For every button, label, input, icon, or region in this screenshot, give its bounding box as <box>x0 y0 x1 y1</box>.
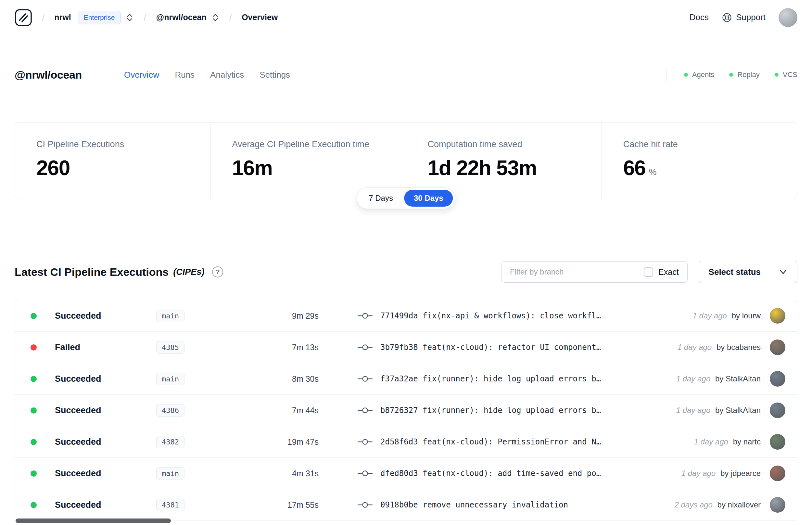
commit-message[interactable]: 771499da fix(nx-api & workflows): close … <box>380 311 601 320</box>
branch-column: main <box>156 373 267 385</box>
status-dot-icon <box>31 439 37 445</box>
git-commit-icon <box>357 438 372 446</box>
branch-filter-input[interactable] <box>501 261 635 283</box>
indicator-agents[interactable]: Agents <box>684 71 715 79</box>
stat-ci-executions: CI Pipeline Executions 260 <box>15 122 210 199</box>
breadcrumb-workspace[interactable]: @nrwl/ocean <box>156 13 206 22</box>
cipe-row[interactable]: Succeeded main 4m 31s dfed80d3 feat(nx-c… <box>15 458 797 489</box>
commit-cell: 771499da fix(nx-api & workflows): close … <box>357 311 680 320</box>
branch-column: 4381 <box>156 499 267 511</box>
breadcrumb-org[interactable]: nrwl <box>54 13 71 22</box>
user-avatar[interactable] <box>779 8 797 27</box>
commit-message[interactable]: b8726327 fix(runner): hide log upload er… <box>380 406 601 415</box>
status-select-dropdown[interactable]: Select status <box>699 261 797 283</box>
workspace-header: @nrwl/ocean Overview Runs Analytics Sett… <box>0 66 812 83</box>
stat-label: Average CI Pipeline Execution time <box>232 139 399 149</box>
cipe-row[interactable]: Succeeded 4382 19m 47s 2d58f6d3 feat(nx-… <box>15 426 797 458</box>
commit-cell: dfed80d3 feat(nx-cloud): add time-saved … <box>357 469 669 478</box>
timestamp: 1 day ago <box>693 311 729 320</box>
enterprise-badge[interactable]: Enterprise <box>78 11 121 24</box>
branch-badge[interactable]: main <box>156 310 184 322</box>
green-dot-icon <box>775 73 779 77</box>
exact-checkbox[interactable] <box>644 267 653 277</box>
branch-badge[interactable]: 4381 <box>156 499 184 511</box>
workspace-selector-chevrons-icon[interactable] <box>211 13 219 22</box>
cipe-title: Latest CI Pipeline Executions <box>15 266 169 279</box>
commit-message[interactable]: f37a32ae fix(runner): hide log upload er… <box>380 374 601 384</box>
indicator-label: Agents <box>692 71 715 79</box>
status-label: Succeeded <box>55 405 156 416</box>
cipe-section-header: Latest CI Pipeline Executions (CIPEs) ? … <box>0 261 812 283</box>
breadcrumb-separator: / <box>42 12 45 23</box>
cipe-row[interactable]: Succeeded main 8m 30s f37a32ae fix(runne… <box>15 363 797 395</box>
tab-overview[interactable]: Overview <box>124 70 159 80</box>
green-dot-icon <box>684 73 688 77</box>
duration: 7m 13s <box>267 343 319 352</box>
range-30-days-button[interactable]: 30 Days <box>404 190 453 207</box>
status-dot-icon <box>31 470 37 477</box>
author: by StalkAltan <box>715 406 761 415</box>
git-commit-icon <box>357 375 372 383</box>
top-bar-right: Docs Support <box>690 8 797 27</box>
branch-badge[interactable]: main <box>156 373 184 385</box>
branch-badge[interactable]: 4386 <box>156 404 184 417</box>
duration: 9m 29s <box>267 311 319 321</box>
range-7-days-button[interactable]: 7 Days <box>359 190 403 207</box>
cipe-table: Succeeded main 9m 29s 771499da fix(nx-ap… <box>15 300 797 521</box>
indicator-replay[interactable]: Replay <box>729 71 760 79</box>
author-avatar <box>770 340 785 355</box>
green-dot-icon <box>729 73 733 77</box>
branch-badge[interactable]: main <box>156 467 184 480</box>
row-meta: 1 day ago by nartc <box>694 437 761 446</box>
tab-settings[interactable]: Settings <box>260 70 290 80</box>
tab-analytics[interactable]: Analytics <box>210 70 244 80</box>
git-commit-icon <box>357 501 372 509</box>
horizontal-scrollbar-thumb[interactable] <box>16 519 171 523</box>
status-label: Succeeded <box>55 374 156 384</box>
docs-link[interactable]: Docs <box>690 12 709 22</box>
row-meta: 1 day ago by StalkAltan <box>676 406 761 415</box>
git-commit-icon <box>357 469 372 478</box>
cipe-row[interactable]: Succeeded 4386 7m 44s b8726327 fix(runne… <box>15 395 797 426</box>
tab-runs[interactable]: Runs <box>175 70 195 80</box>
exact-toggle[interactable]: Exact <box>635 261 688 283</box>
author-avatar <box>770 403 785 418</box>
commit-message[interactable]: 3b79fb38 feat(nx-cloud): refactor UI com… <box>380 343 601 352</box>
divider <box>666 68 667 81</box>
commit-message[interactable]: 0918b0be remove unnecessary invalidation <box>380 500 568 509</box>
commit-message[interactable]: dfed80d3 feat(nx-cloud): add time-saved … <box>380 469 601 478</box>
timestamp: 2 days ago <box>675 500 715 509</box>
commit-cell: b8726327 fix(runner): hide log upload er… <box>357 406 663 415</box>
help-icon[interactable]: ? <box>212 266 223 278</box>
status-label: Failed <box>55 342 156 352</box>
commit-message[interactable]: 2d58f6d3 feat(nx-cloud): PermissionError… <box>380 437 601 446</box>
cipe-row[interactable]: Failed 4385 7m 13s 3b79fb38 feat(nx-clou… <box>15 332 797 363</box>
indicator-label: VCS <box>783 71 797 79</box>
date-range-toggle: 7 Days 30 Days <box>357 188 455 209</box>
cipe-row[interactable]: Succeeded main 9m 29s 771499da fix(nx-ap… <box>15 300 797 332</box>
author-avatar <box>770 466 785 481</box>
status-dot-icon <box>31 376 37 382</box>
support-link[interactable]: Support <box>722 12 766 23</box>
org-selector-chevrons-icon[interactable] <box>125 13 134 22</box>
breadcrumb-separator: / <box>229 12 232 23</box>
row-meta: 1 day ago by bcabanes <box>677 343 761 352</box>
author-avatar <box>770 308 785 324</box>
commit-cell: f37a32ae fix(runner): hide log upload er… <box>357 374 663 384</box>
commit-cell: 2d58f6d3 feat(nx-cloud): PermissionError… <box>357 437 681 446</box>
indicator-label: Replay <box>737 71 760 79</box>
timestamp: 1 day ago <box>694 437 731 446</box>
timestamp: 1 day ago <box>676 406 713 415</box>
cipe-row[interactable]: Succeeded 4381 17m 55s 0918b0be remove u… <box>15 489 797 521</box>
indicator-vcs[interactable]: VCS <box>775 71 797 79</box>
branch-badge[interactable]: 4382 <box>156 436 184 448</box>
cipe-subtitle: (CIPEs) <box>173 267 204 277</box>
branch-badge[interactable]: 4385 <box>156 341 184 354</box>
stat-value: 260 <box>36 156 70 180</box>
cipe-controls: Exact Select status <box>501 261 797 283</box>
commit-cell: 3b79fb38 feat(nx-cloud): refactor UI com… <box>357 343 664 352</box>
nx-cloud-logo[interactable] <box>15 9 32 26</box>
author: by nixallover <box>718 500 761 509</box>
git-commit-icon <box>357 406 372 415</box>
author-avatar <box>770 434 785 450</box>
